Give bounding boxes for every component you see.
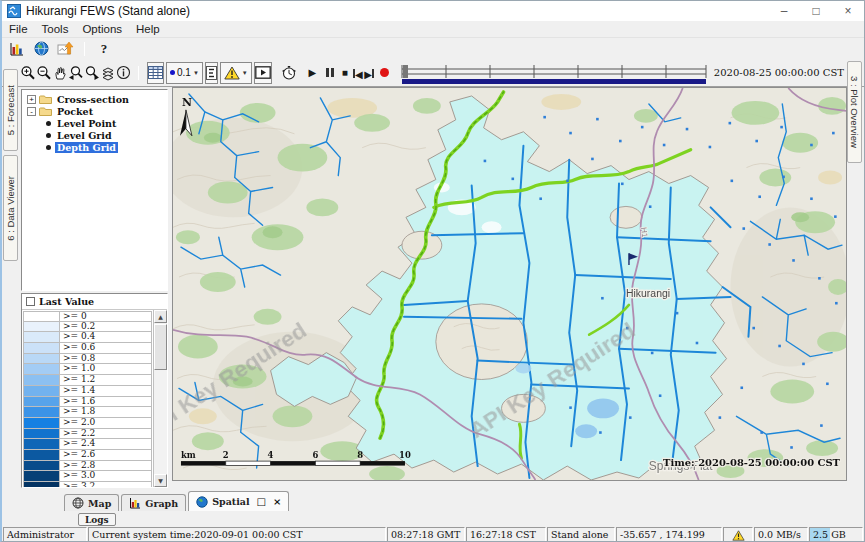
help-button[interactable]: ? <box>92 39 116 58</box>
minimize-button[interactable]: – <box>768 1 800 21</box>
tab-spatial[interactable]: Spatial □ × <box>188 491 289 511</box>
timeseries-display-button[interactable] <box>5 39 29 58</box>
svg-text:6: 6 <box>312 450 318 460</box>
expander-icon[interactable]: + <box>27 95 36 104</box>
town-label: Hikurangi <box>626 288 670 299</box>
expander-icon[interactable]: - <box>27 107 36 116</box>
tree-item-level-grid[interactable]: Level Grid <box>22 129 167 141</box>
current-time-label: 2020-08-25 00:00:00 CST <box>714 67 844 78</box>
map-view[interactable]: API Key Required API Key Required Hikura… <box>172 87 847 481</box>
right-tab-strip: 3 : Plot Overview <box>847 87 864 490</box>
green-branch-south <box>519 424 521 458</box>
layers-icon <box>100 65 116 81</box>
legend-swatch <box>24 429 60 439</box>
left-tab-strip: 5 : Forecast 6 : Data Viewer <box>2 87 19 490</box>
tree-item-label: Pocket <box>55 106 95 117</box>
legend-row[interactable]: >= 2.0 <box>23 418 152 429</box>
scroll-up-icon[interactable]: ▲ <box>154 310 167 323</box>
zoom-in-icon <box>20 65 36 81</box>
scroll-down-icon[interactable]: ▼ <box>154 474 167 487</box>
warning-icon <box>224 66 240 80</box>
legend-swatch <box>24 332 60 342</box>
time-slider-track <box>400 61 708 85</box>
bullet-icon <box>46 145 51 150</box>
scroll-thumb[interactable] <box>154 324 167 370</box>
status-warning[interactable] <box>723 527 753 542</box>
app-window: Hikurangi FEWS (Stand alone) – □ × File … <box>0 0 865 542</box>
plot-overview-button[interactable] <box>53 39 77 58</box>
scale-unit-label: km <box>181 450 196 460</box>
tab-graph[interactable]: Graph <box>121 494 186 511</box>
stop-icon: ■ <box>342 67 348 78</box>
legend-swatch <box>24 482 60 487</box>
warning-icon <box>732 530 745 541</box>
last-value-checkbox[interactable] <box>26 297 35 306</box>
sidebar-tab-data-viewer[interactable]: 6 : Data Viewer <box>3 155 18 261</box>
clock-icon <box>281 65 297 81</box>
info-button[interactable] <box>116 62 131 84</box>
map-time-label: Time: 2020-08-25 00:00:00 CST <box>663 457 841 468</box>
map-canvas: API Key Required API Key Required Hikura… <box>173 88 846 480</box>
zoom-in-button[interactable] <box>20 62 36 84</box>
sidebar-tab-plot-overview[interactable]: 3 : Plot Overview <box>847 61 862 163</box>
tree-item-pocket[interactable]: - Pocket <box>22 105 167 117</box>
movie-icon <box>255 66 271 79</box>
legend-swatch <box>24 450 60 460</box>
menu-file[interactable]: File <box>2 23 35 35</box>
status-mode: Stand alone <box>547 527 615 542</box>
sidebar-tab-forecast[interactable]: 5 : Forecast <box>3 69 18 151</box>
legend-swatch <box>24 354 60 364</box>
step-forward-button[interactable]: ▶ <box>364 62 375 84</box>
tab-close-icon[interactable]: × <box>273 496 281 507</box>
classbreak-dropdown[interactable]: 0.1 ▼ <box>166 62 203 84</box>
time-slider[interactable] <box>400 61 708 85</box>
menu-options[interactable]: Options <box>75 23 129 35</box>
step-back-button[interactable]: ◀ <box>352 62 363 84</box>
record-button[interactable] <box>379 62 390 84</box>
map-display-button[interactable] <box>29 39 53 58</box>
grid-icon <box>148 66 163 79</box>
status-coordinates: -35.657 , 174.199 <box>616 527 722 542</box>
zoom-out-button[interactable] <box>36 62 52 84</box>
pause-button[interactable] <box>324 62 335 84</box>
title-bar: Hikurangi FEWS (Stand alone) – □ × <box>2 1 864 21</box>
close-button[interactable]: × <box>832 1 864 21</box>
tree-item-cross-section[interactable]: + Cross-section <box>22 93 167 105</box>
toolbar-separator <box>84 42 85 56</box>
zoom-next-icon <box>84 65 100 81</box>
menu-tools[interactable]: Tools <box>35 23 76 35</box>
legend-row[interactable]: >= 3.2 <box>23 482 152 487</box>
logs-tab[interactable]: Logs <box>78 513 116 526</box>
bullet-icon <box>46 133 51 138</box>
tab-map[interactable]: Map <box>64 494 119 511</box>
label-toggle-button[interactable] <box>205 62 218 84</box>
legend-scrollbar[interactable]: ▲ ▼ <box>153 310 167 487</box>
layers-button[interactable] <box>100 62 116 84</box>
legend-swatch <box>24 343 60 353</box>
left-panel: + Cross-section - Pocket Level Point <box>19 87 168 490</box>
legend-swatch <box>24 418 60 428</box>
stop-button[interactable]: ■ <box>339 62 350 84</box>
tree-item-level-point[interactable]: Level Point <box>22 117 167 129</box>
play-button[interactable]: ▶ <box>307 62 318 84</box>
globe-icon <box>34 41 49 56</box>
grid-display-button[interactable] <box>147 62 164 84</box>
pan-button[interactable] <box>52 62 68 84</box>
tab-maximize-icon[interactable]: □ <box>257 496 266 507</box>
legend-row[interactable]: >= 1.4 <box>23 386 152 397</box>
tree-item-depth-grid[interactable]: Depth Grid <box>22 141 167 153</box>
animation-button[interactable] <box>254 62 272 84</box>
folder-icon <box>39 94 52 104</box>
timer-button[interactable] <box>281 62 297 84</box>
svg-text:2: 2 <box>223 450 229 460</box>
legend-swatch <box>24 312 60 321</box>
zoom-next-button[interactable] <box>84 62 100 84</box>
bar-chart-icon <box>129 497 141 509</box>
thresholds-dropdown[interactable]: ▼ <box>220 62 252 84</box>
menu-help[interactable]: Help <box>129 23 167 35</box>
maximize-button[interactable]: □ <box>800 1 832 21</box>
zoom-previous-button[interactable] <box>68 62 84 84</box>
tree-item-label: Level Grid <box>55 130 114 141</box>
logs-row: Logs <box>2 511 864 527</box>
menu-bar: File Tools Options Help <box>2 21 864 38</box>
